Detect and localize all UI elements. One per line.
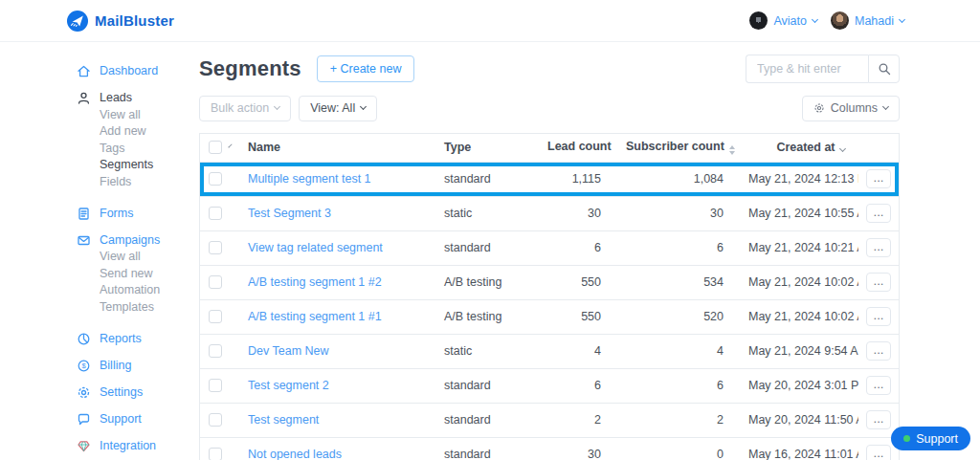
segment-name-link[interactable]: Test Segment 3 bbox=[248, 207, 331, 220]
search-input[interactable] bbox=[746, 55, 868, 83]
cell-type: A/B testing bbox=[434, 275, 538, 289]
support-fab-label: Support bbox=[916, 432, 958, 446]
search-group bbox=[746, 55, 900, 83]
sidebar-item-view-all[interactable]: View all bbox=[77, 106, 193, 123]
row-actions-button[interactable]: ... bbox=[866, 307, 891, 326]
ellipsis-icon: ... bbox=[874, 206, 884, 218]
svg-text:$: $ bbox=[81, 361, 86, 370]
row-checkbox[interactable] bbox=[209, 207, 222, 220]
cell-subscriber-count: 6 bbox=[616, 379, 739, 392]
cell-name: Test segment bbox=[238, 413, 434, 427]
col-header-subscriber-count[interactable]: Subscriber count bbox=[616, 140, 739, 155]
segment-name-link[interactable]: Dev Team New bbox=[248, 344, 329, 358]
select-all-checkbox[interactable] bbox=[209, 141, 222, 154]
segment-name-link[interactable]: Not opened leads bbox=[248, 448, 342, 460]
cell-name: Multiple segment test 1 bbox=[238, 172, 434, 186]
segment-name-link[interactable]: View tag related segment bbox=[248, 241, 383, 254]
row-actions-button[interactable]: ... bbox=[866, 204, 891, 223]
col-header-created-at[interactable]: Created at bbox=[739, 141, 858, 154]
ellipsis-icon: ... bbox=[874, 343, 884, 356]
row-checkbox[interactable] bbox=[209, 344, 222, 358]
sort-desc-chevron-icon bbox=[839, 145, 846, 152]
topbar: MailBluster Aviato Mahadi bbox=[0, 0, 980, 42]
cell-type: standard bbox=[434, 172, 538, 186]
sidebar-item-label: Fields bbox=[100, 176, 131, 188]
sidebar-item-add-new[interactable]: Add new bbox=[77, 123, 193, 141]
sidebar-item-label: Leads bbox=[100, 92, 132, 104]
home-icon bbox=[77, 64, 91, 78]
columns-button[interactable]: Columns bbox=[802, 96, 900, 121]
cell-lead-count: 2 bbox=[538, 413, 616, 427]
row-actions-button[interactable]: ... bbox=[866, 238, 891, 257]
sidebar-item-label: Templates bbox=[100, 301, 154, 314]
sidebar-item-templates[interactable]: Templates bbox=[77, 298, 193, 316]
bulk-action-label: Bulk action bbox=[211, 102, 269, 115]
segment-name-link[interactable]: A/B testing segment 1 #2 bbox=[248, 275, 382, 289]
row-checkbox[interactable] bbox=[209, 241, 222, 254]
create-new-button[interactable]: + Create new bbox=[317, 55, 415, 83]
bulk-action-button[interactable]: Bulk action bbox=[199, 96, 291, 121]
row-actions-cell: ... bbox=[858, 376, 899, 395]
cell-type: standard bbox=[434, 379, 538, 392]
gear-icon bbox=[813, 102, 825, 114]
sidebar-item-label: Dashboard bbox=[100, 65, 158, 77]
sidebar-item-label: Forms bbox=[100, 208, 133, 220]
sidebar-item-segments[interactable]: Segments bbox=[77, 157, 193, 174]
user-menu[interactable]: Mahadi bbox=[831, 11, 904, 30]
select-menu-chevron-icon[interactable] bbox=[228, 143, 232, 147]
sidebar-item-automation[interactable]: Automation bbox=[77, 282, 193, 299]
row-checkbox[interactable] bbox=[209, 379, 222, 392]
sidebar-item-label: Add new bbox=[100, 125, 146, 138]
account-menu[interactable]: Aviato bbox=[749, 11, 817, 30]
sidebar-item-label: Settings bbox=[100, 386, 143, 399]
cell-name: Test segment 2 bbox=[238, 379, 434, 392]
cell-created-at: May 21, 2024 10:55 AM bbox=[739, 207, 858, 220]
ellipsis-icon: ... bbox=[874, 274, 884, 287]
chevron-down-icon bbox=[812, 15, 818, 22]
segment-name-link[interactable]: Multiple segment test 1 bbox=[248, 172, 371, 186]
cell-type: standard bbox=[434, 448, 538, 460]
row-checkbox[interactable] bbox=[209, 172, 222, 186]
row-select-cell bbox=[200, 413, 238, 427]
cell-created-at: May 21, 2024 10:21 AM bbox=[739, 241, 858, 254]
row-checkbox[interactable] bbox=[209, 413, 222, 427]
row-checkbox[interactable] bbox=[209, 275, 222, 289]
brand-name: MailBluster bbox=[95, 12, 174, 29]
row-select-cell bbox=[200, 172, 238, 186]
col-header-lead-count[interactable]: Lead count bbox=[538, 140, 616, 155]
row-actions-button[interactable]: ... bbox=[866, 410, 891, 429]
sidebar-item-label: View all bbox=[100, 251, 141, 263]
user-icon bbox=[77, 91, 91, 105]
cell-type: static bbox=[434, 344, 538, 358]
table-row: Multiple segment test 1standard1,1151,08… bbox=[200, 162, 899, 196]
segment-name-link[interactable]: Test segment 2 bbox=[248, 379, 329, 392]
col-header-type: Type bbox=[434, 141, 538, 154]
row-actions-button[interactable]: ... bbox=[866, 273, 891, 292]
row-actions-button[interactable]: ... bbox=[866, 341, 891, 361]
row-actions-button[interactable]: ... bbox=[866, 169, 891, 188]
gem-icon bbox=[77, 439, 91, 453]
sidebar-item-fields[interactable]: Fields bbox=[77, 173, 193, 190]
brand-logo[interactable]: MailBluster bbox=[67, 11, 174, 32]
segment-name-link[interactable]: A/B testing segment 1 #1 bbox=[248, 310, 382, 323]
segment-name-link[interactable]: Test segment bbox=[248, 413, 319, 427]
sidebar: DashboardLeadsView allAdd newTagsSegment… bbox=[0, 42, 193, 460]
support-fab[interactable]: Support bbox=[891, 427, 970, 450]
ellipsis-icon: ... bbox=[874, 240, 884, 252]
toolbar: Bulk action View: All Columns bbox=[199, 96, 900, 121]
search-button[interactable] bbox=[868, 55, 900, 83]
sidebar-item-view-all[interactable]: View all bbox=[77, 249, 193, 266]
table-row: A/B testing segment 1 #1A/B testing55052… bbox=[200, 299, 899, 334]
row-actions-button[interactable]: ... bbox=[866, 376, 891, 395]
row-checkbox[interactable] bbox=[209, 310, 222, 323]
view-filter-button[interactable]: View: All bbox=[299, 96, 377, 121]
row-checkbox[interactable] bbox=[209, 448, 222, 460]
cell-created-at: May 20, 2024 3:01 PM bbox=[739, 379, 858, 392]
row-actions-button[interactable]: ... bbox=[866, 445, 891, 460]
table-row: Test Segment 3static3030May 21, 2024 10:… bbox=[200, 196, 899, 230]
table-body: Multiple segment test 1standard1,1151,08… bbox=[200, 162, 899, 460]
cell-name: Dev Team New bbox=[238, 344, 434, 358]
table-row: A/B testing segment 1 #2A/B testing55053… bbox=[200, 265, 899, 299]
sidebar-item-tags[interactable]: Tags bbox=[77, 140, 193, 157]
sidebar-item-send-new[interactable]: Send new bbox=[77, 265, 193, 282]
